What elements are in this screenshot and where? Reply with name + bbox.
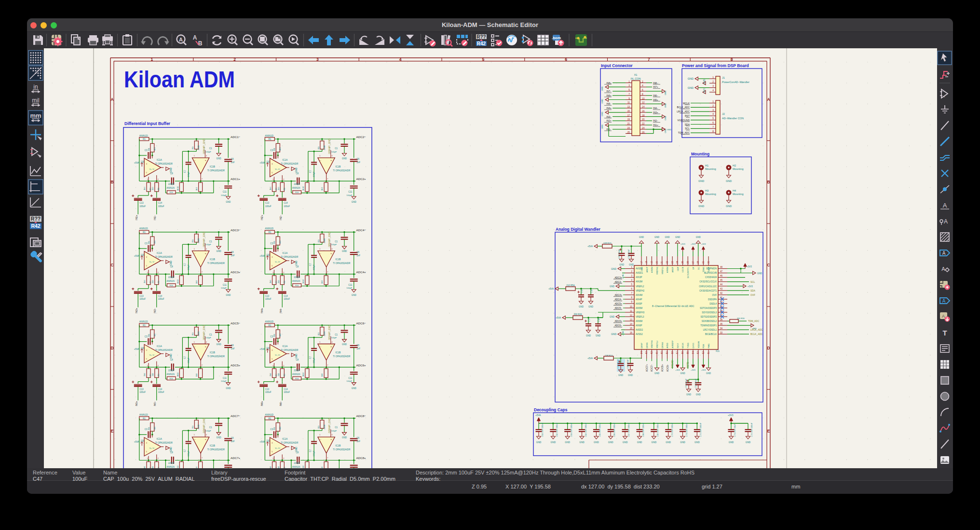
- svg-text:GND: GND: [618, 374, 624, 377]
- svg-text:48: 48: [720, 266, 723, 268]
- svg-text:BCLK_ADC: BCLK_ADC: [750, 333, 763, 335]
- svg-text:58: 58: [671, 351, 674, 354]
- svg-text:C61 10V 100nF: C61 10V 100nF: [541, 422, 544, 437]
- svg-text:42: 42: [720, 292, 723, 294]
- svg-text:6: 6: [712, 121, 714, 124]
- svg-text:C67 10V 100nF: C67 10V 100nF: [627, 422, 630, 437]
- svg-text:A: A: [193, 34, 197, 41]
- svg-text:+5VA: +5VA: [587, 357, 593, 360]
- svg-text:C16: C16: [590, 289, 593, 293]
- svg-text:R42: R42: [31, 223, 40, 229]
- svg-text:IN2+: IN2+: [260, 215, 263, 220]
- svg-text:RST: RST: [685, 114, 690, 117]
- svg-text:BLDV/DCVB: BLDV/DCVB: [704, 272, 717, 274]
- svg-text:OVF: OVF: [750, 294, 755, 296]
- svg-text:VGROUND: VGROUND: [677, 119, 690, 122]
- svg-text:AIN2M: AIN2M: [651, 266, 653, 273]
- svg-text:23: 23: [627, 127, 630, 129]
- svg-text:+3V3: +3V3: [728, 414, 734, 417]
- svg-text:ADC8+: ADC8+: [356, 456, 367, 460]
- svg-text:ADC3−: ADC3−: [614, 281, 622, 283]
- svg-text:1: 1: [151, 57, 153, 62]
- svg-text:1: 1: [712, 100, 714, 103]
- svg-text:26: 26: [642, 131, 645, 134]
- svg-text:GND: GND: [623, 441, 628, 444]
- svg-text:VREFL1: VREFL1: [661, 266, 664, 274]
- svg-text:A: A: [942, 251, 946, 256]
- svg-text:IN6−: IN6−: [653, 94, 658, 97]
- svg-text:A: A: [943, 202, 947, 209]
- svg-text:GND: GND: [664, 103, 667, 108]
- svg-text:DRVM: DRVM: [661, 342, 664, 349]
- svg-text:13: 13: [627, 106, 630, 108]
- svg-text:DSD0PA: DSD0PA: [708, 298, 717, 301]
- svg-text:MCLK: MCLK: [683, 102, 690, 105]
- svg-text:VREFH1: VREFH1: [656, 266, 658, 275]
- svg-text:2: 2: [712, 104, 714, 107]
- svg-text:+3V3: +3V3: [675, 369, 681, 371]
- svg-text:53: 53: [697, 351, 699, 354]
- svg-text:H2: H2: [733, 164, 736, 167]
- svg-text:A: A: [942, 314, 945, 319]
- svg-text:GND: GND: [726, 180, 732, 182]
- svg-text:VREFL4: VREFL4: [656, 340, 658, 348]
- svg-text:34: 34: [720, 327, 723, 330]
- svg-text:GND: GND: [637, 441, 642, 444]
- svg-text:2: 2: [631, 270, 632, 273]
- svg-text:19: 19: [627, 118, 630, 121]
- svg-text:4: 4: [642, 84, 643, 87]
- svg-text:20: 20: [656, 261, 658, 264]
- svg-text:J1: J1: [722, 76, 725, 79]
- svg-text:ADC5−: ADC5−: [614, 307, 622, 309]
- svg-text:AVDD: AVDD: [666, 343, 668, 348]
- svg-text:57: 57: [676, 351, 679, 354]
- svg-text:GND: GND: [706, 372, 711, 375]
- svg-text:ADC8+: ADC8+: [661, 364, 664, 372]
- svg-text:GND: GND: [665, 236, 670, 238]
- svg-text:64: 64: [640, 351, 643, 354]
- svg-text:C15: C15: [581, 289, 583, 293]
- svg-text:14: 14: [642, 106, 645, 108]
- svg-text:Mounting: Mounting: [733, 167, 744, 170]
- svg-text:AIN2P: AIN2P: [646, 266, 648, 272]
- svg-text:IN3−: IN3−: [606, 115, 612, 118]
- svg-text:ADC6+: ADC6+: [356, 363, 367, 367]
- svg-text:6: 6: [631, 288, 632, 290]
- svg-text:15: 15: [627, 110, 630, 112]
- svg-text:ADC6−: ADC6−: [614, 324, 622, 327]
- svg-text:27: 27: [692, 261, 694, 264]
- svg-text:Mounting: Mounting: [705, 193, 716, 195]
- svg-text:IN2−: IN2−: [279, 215, 282, 220]
- svg-text:12: 12: [642, 101, 645, 104]
- svg-text:10: 10: [630, 306, 633, 308]
- svg-text:16: 16: [642, 110, 645, 112]
- svg-text:7: 7: [648, 57, 650, 62]
- svg-text:IN5−: IN5−: [606, 102, 612, 105]
- svg-text:GND: GND: [594, 441, 599, 444]
- svg-text:C: C: [767, 263, 770, 267]
- svg-text:A: A: [944, 218, 948, 225]
- svg-text:GND: GND: [675, 236, 681, 238]
- svg-text:GND: GND: [666, 441, 671, 444]
- svg-text:VREFH3: VREFH3: [636, 311, 645, 314]
- svg-text:Kiloan ADM: Kiloan ADM: [124, 67, 235, 92]
- svg-text:AIN1P: AIN1P: [671, 266, 674, 272]
- svg-text:GND: GND: [639, 236, 644, 238]
- svg-text:62: 62: [651, 351, 653, 354]
- svg-text:LRCK_ADC: LRCK_ADC: [750, 329, 763, 331]
- svg-text:19: 19: [651, 261, 653, 264]
- svg-text:C65 10V 100nF: C65 10V 100nF: [599, 422, 601, 437]
- svg-text:SDTOA/DSD0P3: SDTOA/DSD0P3: [700, 307, 717, 309]
- svg-text:3: 3: [712, 109, 714, 112]
- svg-text:OVF: OVF: [712, 294, 717, 296]
- svg-text:8: 8: [731, 57, 733, 62]
- svg-text:5: 5: [628, 89, 630, 91]
- svg-text:IN8+: IN8+: [606, 82, 612, 84]
- svg-text:ADC3+: ADC3+: [231, 270, 241, 274]
- svg-text:2: 2: [233, 57, 236, 62]
- svg-text:ADC1−: ADC1−: [231, 135, 241, 139]
- svg-text:23: 23: [671, 261, 674, 264]
- svg-text:IN3+: IN3+: [135, 308, 138, 313]
- svg-text:IN7+: IN7+: [653, 85, 658, 88]
- svg-text:VREFL3: VREFL3: [636, 316, 644, 318]
